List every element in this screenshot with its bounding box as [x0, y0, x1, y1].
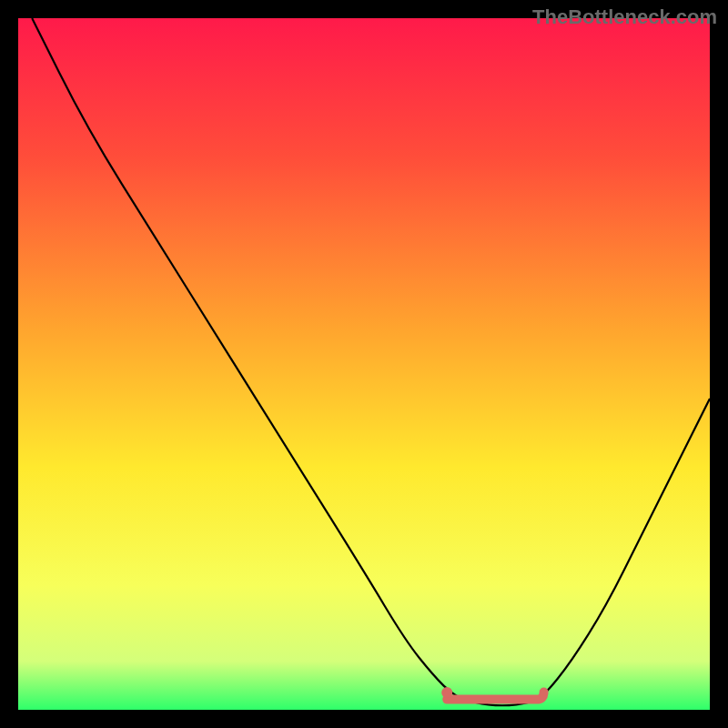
chart-container	[18, 18, 710, 710]
svg-point-0	[441, 687, 452, 698]
chart-svg	[18, 18, 710, 710]
watermark-text: TheBottleneck.com	[532, 5, 717, 29]
